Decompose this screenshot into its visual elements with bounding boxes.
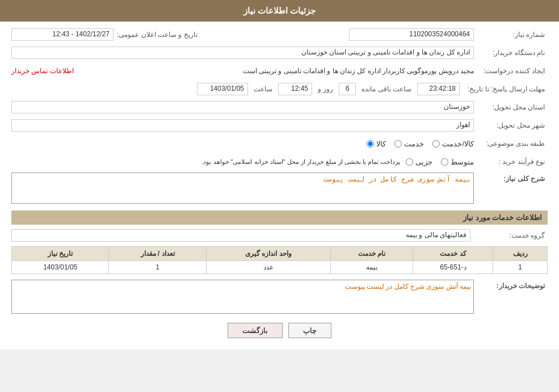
category-khedmat-radio[interactable]	[394, 140, 402, 147]
col-header-code: کد خدمت	[413, 247, 493, 261]
category-kala-khedmat-radio[interactable]	[432, 140, 440, 147]
category-kala-khedmat-item: کالا/خدمت	[432, 140, 474, 148]
province-value: خوزستان	[11, 101, 474, 113]
col-header-quantity: تعداد / مقدار	[109, 247, 206, 261]
category-radio-group: کالا خدمت کالا/خدمت	[367, 140, 474, 148]
col-header-date: تاریخ نیاز	[12, 247, 109, 261]
description-textarea[interactable]	[11, 172, 474, 204]
buyer-notes-row: توضیحات خریدار: بیمه آتش سوزی شرح کامل د…	[11, 280, 548, 314]
purchase-type-label: نوع فرآیند خرید :	[474, 158, 548, 166]
category-row: طبقه بندی موضوعی: کالا خدمت کالا/خدمت	[11, 136, 548, 151]
province-label: استان محل تحویل:	[474, 103, 548, 111]
col-header-unit: واحد اندازه گیری	[206, 247, 330, 261]
cell-unit: عدد	[206, 261, 330, 274]
page-header: جزئیات اطلاعات نیاز	[0, 0, 559, 22]
main-container: جزئیات اطلاعات نیاز شماره نیاز: 11020035…	[0, 0, 559, 349]
buyer-notes-label: توضیحات خریدار:	[474, 282, 548, 290]
purchase-jozi-label: جزیی	[415, 158, 432, 166]
category-kala-khedmat-label: کالا/خدمت	[442, 140, 474, 148]
city-row: شهر محل تحویل: اهواز	[11, 118, 548, 133]
category-khedmat-item: خدمت	[394, 140, 424, 148]
reply-deadline-row: مهلت ارسال پاسخ: تا تاریخ: 1403/01/05 سا…	[11, 82, 548, 96]
category-label: طبقه بندی موضوعی:	[474, 140, 548, 147]
creator-label: ایجاد کننده درخواست:	[474, 67, 548, 75]
date-time-group: 1403/01/05 ساعت 12:45 روز و 6 ساعت باقی …	[197, 83, 460, 95]
category-khedmat-label: خدمت	[404, 140, 424, 148]
description-label: شرح کلی نیاز:	[474, 175, 548, 183]
description-row: شرح کلی نیاز:	[11, 172, 548, 204]
service-group-label: گروه خدمت:	[474, 231, 548, 239]
purchase-mottavasset-radio[interactable]	[441, 158, 448, 166]
purchase-type-note: پرداخت تمام یا بخشی از مبلغ خریدار از مح…	[11, 158, 400, 166]
col-header-name: نام خدمت	[331, 247, 413, 261]
cell-code: د-651-65	[413, 261, 493, 274]
contact-link[interactable]: اطلاعات تماس خریدار	[11, 67, 74, 75]
reply-remaining: 23:42:18	[417, 83, 460, 95]
cell-row: 1	[493, 261, 548, 274]
reply-time: 12:45	[278, 83, 312, 95]
col-header-row: ردیف	[493, 247, 548, 261]
buttons-row: چاپ بازگشت	[11, 323, 548, 338]
announce-date-value: 1402/12/27 - 12:43	[11, 28, 114, 41]
category-kala-label: کالا	[376, 140, 386, 148]
reply-date: 1403/01/05	[197, 83, 248, 95]
purchase-jozi-item: جزیی	[406, 158, 432, 166]
reply-days: 6	[339, 83, 356, 95]
purchase-mottavasset-item: متوسط	[441, 158, 474, 166]
reply-deadline-label: مهلت ارسال پاسخ: تا تاریخ:	[460, 85, 548, 93]
creator-value: مجید درویش پورموگویی کاربردار اداره کل ز…	[74, 67, 474, 75]
services-table: ردیف کد خدمت نام خدمت واحد اندازه گیری ت…	[11, 246, 548, 274]
purchase-jozi-radio[interactable]	[406, 158, 413, 166]
city-label: شهر محل تحویل:	[474, 121, 548, 129]
category-kala-item: کالا	[367, 140, 386, 148]
print-button[interactable]: چاپ	[288, 323, 331, 338]
cell-name: بیمه	[331, 261, 413, 274]
org-name-label: نام دستگاه خریدار:	[474, 49, 548, 57]
need-number-label: شماره نیاز:	[474, 31, 548, 39]
purchase-mottavasset-label: متوسط	[451, 158, 474, 166]
header-title: جزئیات اطلاعات نیاز	[243, 6, 316, 15]
service-group-value: فعالیتهای مالی و بیمه	[11, 229, 470, 242]
province-row: استان محل تحویل: خوزستان	[11, 100, 548, 115]
need-number-value: 1102003524000464	[349, 28, 474, 41]
back-button[interactable]: بازگشت	[228, 323, 283, 338]
purchase-type-group: جزیی متوسط	[406, 158, 474, 166]
purchase-type-row: نوع فرآیند خرید : جزیی متوسط پرداخت تمام…	[11, 154, 548, 169]
reply-remaining-label: ساعت باقی مانده	[362, 85, 411, 93]
buyer-notes-value: بیمه آتش سوزی شرح کامل در لیست پیوست	[11, 280, 474, 314]
cell-quantity: 1	[109, 261, 206, 274]
reply-days-label: روز و	[318, 85, 333, 93]
announce-date-label: تاریخ و ساعت اعلان عمومی:	[114, 31, 200, 39]
org-name-row: نام دستگاه خریدار: اداره کل زندان ها و ا…	[11, 45, 548, 60]
table-header-row: ردیف کد خدمت نام خدمت واحد اندازه گیری ت…	[12, 247, 548, 261]
need-number-row: شماره نیاز: 1102003524000464 تاریخ و ساع…	[11, 27, 548, 42]
org-name-value: اداره کل زندان ها و اقدامات تامینی و ترب…	[11, 47, 474, 59]
page-content: شماره نیاز: 1102003524000464 تاریخ و ساع…	[0, 22, 559, 349]
reply-time-label: ساعت	[254, 85, 272, 93]
service-group-row: گروه خدمت: فعالیتهای مالی و بیمه	[11, 229, 548, 242]
category-kala-radio[interactable]	[367, 140, 374, 147]
city-value: اهواز	[11, 119, 474, 132]
table-row: 1 د-651-65 بیمه عدد 1 1403/01/05	[12, 261, 548, 274]
creator-row: ایجاد کننده درخواست: مجید درویش پورموگوی…	[11, 64, 548, 78]
services-section-title: اطلاعات خدمات مورد نیاز	[11, 210, 548, 225]
cell-date: 1403/01/05	[12, 261, 109, 274]
